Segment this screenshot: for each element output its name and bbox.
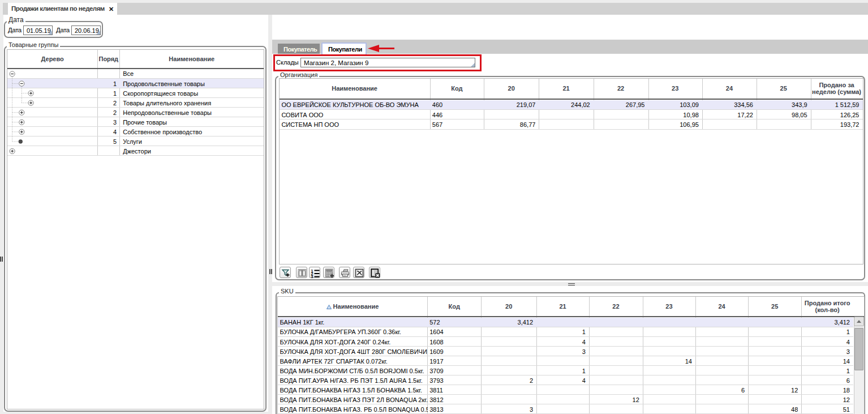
svg-text:3: 3 [311,275,313,278]
